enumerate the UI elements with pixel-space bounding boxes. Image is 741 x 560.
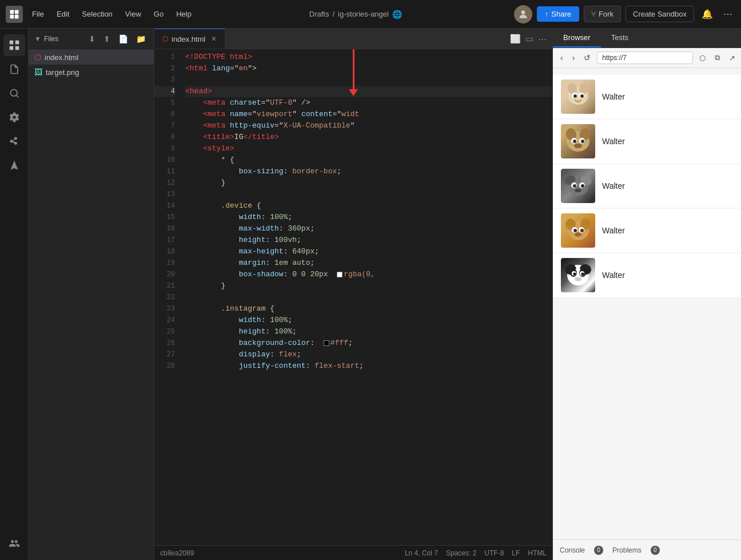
story-item-3[interactable]: Walter [553,164,741,208]
svg-point-15 [575,97,581,101]
line-ending-info: LF [512,549,520,557]
code-line-3 [185,74,552,86]
browser-url-input[interactable] [597,51,693,64]
story-item-1[interactable]: Walter [553,75,741,118]
cursor-position: Ln 4, Col 7 [405,549,438,557]
share-button[interactable]: ↑ Share [537,6,579,22]
story-name-2: Walter [602,137,625,146]
browser-refresh-icon[interactable]: ↺ [581,51,593,64]
browser-external-icon[interactable]: ↗ [726,52,738,64]
activity-explorer-icon[interactable] [3,34,25,56]
line-num: 10 [154,154,175,166]
svg-point-37 [573,229,577,232]
browser-copy-icon[interactable]: ⧉ [712,51,723,64]
code-editor[interactable]: 1 2 3 4 5 6 7 8 9 10 11 12 13 14 15 16 1… [154,49,552,545]
split-editor-icon[interactable]: ⬜ [510,34,521,44]
line-num: 11 [154,166,175,177]
sidebar-item-target-png[interactable]: 🖼 target.png [29,65,154,80]
line-num: 24 [154,315,175,326]
line-num: 12 [154,177,175,189]
activity-settings-icon[interactable] [3,106,25,128]
code-line-8: <title>IG</title> [185,132,552,143]
browser-tab-browser[interactable]: Browser [553,29,601,47]
activity-git-icon[interactable] [3,130,25,152]
create-sandbox-button[interactable]: Create Sandbox [626,6,694,22]
story-avatar-2 [561,124,595,158]
code-content[interactable]: <!DOCTYPE html> <html lang="en"> <head> … [180,49,552,545]
console-count: 0 [594,546,603,555]
fork-label: Fork [599,10,613,18]
user-avatar[interactable] [514,5,532,23]
line-num: 17 [154,235,175,246]
menu-go[interactable]: Go [148,7,169,21]
line-num: 8 [154,132,175,143]
tab-close-icon[interactable]: ✕ [211,35,217,43]
line-num: 6 [154,109,175,120]
svg-point-5 [10,89,17,96]
toggle-panel-icon[interactable]: ▭ [525,34,533,44]
spaces-info: Spaces: 2 [446,549,476,557]
editor-area: ⬡ index.html ✕ ⬜ ▭ ⋯ 1 2 3 4 5 [154,29,552,560]
new-folder-icon[interactable]: 📁 [134,33,148,45]
problems-count: 0 [651,546,660,555]
sidebar-collapse-icon[interactable]: ▼ [34,35,41,43]
fork-button[interactable]: ⑂ Fork [584,6,621,22]
notifications-icon[interactable]: 🔔 [699,6,716,22]
menu-selection[interactable]: Selection [76,7,118,21]
more-options-icon[interactable]: ⋯ [720,6,735,22]
menu-edit[interactable]: Edit [51,7,75,21]
activity-search-icon[interactable] [3,82,25,104]
new-file-icon[interactable]: ⬇ [86,33,98,45]
menu-view[interactable]: View [119,7,147,21]
svg-point-48 [573,273,576,276]
line-num: 7 [154,120,175,132]
line-num: 25 [154,326,175,337]
line-num: 26 [154,337,175,349]
editor-tab-index-html[interactable]: ⬡ index.html ✕ [154,29,225,49]
code-line-24: width: 100%; [185,315,552,326]
more-editor-options-icon[interactable]: ⋯ [538,34,547,44]
svg-rect-3 [15,14,19,18]
story-item-4[interactable]: Walter [553,209,741,252]
tab-label: index.html [172,35,205,43]
svg-point-30 [581,184,584,188]
activity-deploy-icon[interactable] [3,154,25,176]
browser-forward-icon[interactable]: › [569,51,578,64]
svg-point-13 [580,94,584,98]
sort-asc-icon[interactable]: ⬆ [101,33,113,45]
status-bar: cb8ea2089 Ln 4, Col 7 Spaces: 2 UTF-8 LF… [154,545,552,560]
code-line-18: max-height: 640px; [185,246,552,257]
story-item-5[interactable]: Walter [553,253,741,297]
breadcrumb-drafts[interactable]: Drafts [309,10,329,18]
browser-codesandbox-icon[interactable]: ⬡ [696,52,708,64]
browser-tab-tests[interactable]: Tests [601,29,639,47]
svg-line-6 [16,96,18,98]
code-line-10: * { [185,154,552,166]
encoding-info: UTF-8 [484,549,504,557]
sidebar-item-index-html[interactable]: ⬡ index.html [29,50,154,65]
breadcrumb-project[interactable]: ig-stories-angel [338,10,389,18]
console-label[interactable]: Console [560,546,585,554]
activity-team-icon[interactable] [3,533,25,554]
editor-tab-actions: ⬜ ▭ ⋯ [504,34,552,44]
code-line-27: display: flex; [185,349,552,360]
new-file-btn-icon[interactable]: 📄 [116,33,130,45]
line-num: 4 [154,86,175,97]
menu-bar: File Edit Selection View Go Help [26,7,197,21]
problems-label[interactable]: Problems [612,546,642,554]
svg-rect-0 [10,10,14,14]
activity-file-icon[interactable] [3,58,25,80]
browser-back-icon[interactable]: ‹ [557,51,566,64]
svg-point-31 [575,189,581,192]
svg-point-4 [521,10,525,14]
sidebar-header: ▼ Files ⬇ ⬆ 📄 📁 [29,29,154,50]
menu-file[interactable]: File [26,7,50,21]
story-item-2[interactable]: Walter [553,120,741,163]
menu-help[interactable]: Help [170,7,197,21]
code-line-12: } [185,177,552,189]
app-logo [6,6,23,23]
topbar: File Edit Selection View Go Help Drafts … [0,0,741,29]
language-mode: HTML [528,549,547,557]
code-line-1: <!DOCTYPE html> [185,51,552,63]
line-num: 27 [154,349,175,360]
